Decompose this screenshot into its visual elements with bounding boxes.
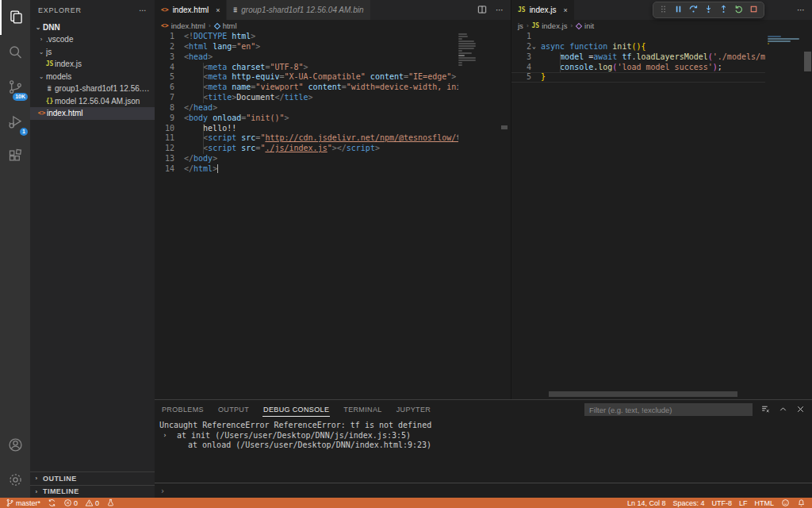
scrollbar[interactable] <box>501 125 508 129</box>
tree-item-model-12-56-04-am-json[interactable]: {}model 12.56.04 AM.json <box>30 95 155 108</box>
console-text: at onload (/Users/user/Desktop/DNN/index… <box>188 441 431 451</box>
breadcrumb-item-index-js[interactable]: JSindex.js <box>532 21 568 30</box>
text-cursor <box>217 164 218 173</box>
file-file-icon: ≣ <box>233 6 237 13</box>
tab-index-html[interactable]: <>index.html× <box>155 0 227 20</box>
panel-tab-debug-console[interactable]: DEBUG CONSOLE <box>262 402 330 417</box>
code-line[interactable]: 1 <box>511 32 765 42</box>
editor-more-actions-icon[interactable]: ⋯ <box>496 6 504 14</box>
minimap-line <box>768 33 769 35</box>
tree-item-group1-shard1of1-12-56-04-am-bin[interactable]: ≣group1-shard1of1 12.56.04 AM.bin <box>30 83 155 95</box>
activity-item-search[interactable] <box>0 35 30 70</box>
status-notifications[interactable] <box>797 498 806 507</box>
code-line[interactable]: 4 console.log('load model success'); <box>511 63 765 73</box>
debug-console-input[interactable]: › <box>155 483 812 498</box>
close-panel-button[interactable] <box>795 404 806 416</box>
status-git-branch[interactable]: master* <box>6 498 40 507</box>
code-line[interactable]: 5} <box>511 72 765 83</box>
code-line[interactable]: 14</html> <box>155 164 458 175</box>
debug-restart-button[interactable] <box>733 4 745 16</box>
minimap[interactable] <box>458 33 477 66</box>
code-line[interactable]: 7 <title>Document</title> <box>155 93 458 103</box>
code-line[interactable]: 1<!DOCTYPE html> <box>155 32 458 42</box>
code-line[interactable]: 13</body> <box>155 154 458 164</box>
minimap-line <box>458 48 474 49</box>
console-line[interactable]: ›at init (/Users/user/Desktop/DNN/js/ind… <box>155 431 812 441</box>
collapse-panel-button[interactable] <box>778 404 788 416</box>
clear-console-button[interactable] <box>760 404 771 416</box>
activity-item-extensions[interactable] <box>0 140 30 175</box>
tree-item-models[interactable]: ⌄models <box>30 71 155 83</box>
breadcrumb-label: html <box>223 21 237 30</box>
tab-index-js[interactable]: JSindex.js× <box>511 0 575 20</box>
breadcrumb-item-init[interactable]: init <box>576 21 594 30</box>
status-encoding[interactable]: UTF-8 <box>711 499 732 507</box>
editor-more-actions-icon[interactable]: ⋯ <box>797 6 805 14</box>
breadcrumb[interactable]: <>index.html›html <box>155 20 511 32</box>
status-cursor-position[interactable]: Ln 14, Col 8 <box>627 499 666 507</box>
status-warnings[interactable]: 0 <box>85 498 99 507</box>
code-line[interactable]: 6 <meta name="viewport" content="width=d… <box>155 83 458 93</box>
line-number: 2⌄ <box>511 42 541 52</box>
code-line[interactable]: 9<body onload="init()"> <box>155 114 458 124</box>
tree-item-index-html[interactable]: <>index.html <box>30 107 155 120</box>
status-feedback[interactable] <box>781 498 790 507</box>
breadcrumb-label: index.html <box>171 21 205 30</box>
console-line[interactable]: at onload (/Users/user/Desktop/DNN/index… <box>155 441 812 451</box>
code-line[interactable]: 3<head> <box>155 52 458 63</box>
panel-tab-problems[interactable]: PROBLEMS <box>161 402 205 417</box>
code-line[interactable]: 2⌄async function init(){ <box>511 42 765 52</box>
panel-tab-output[interactable]: OUTPUT <box>217 402 250 417</box>
minimap[interactable] <box>768 33 802 44</box>
explorer-more-actions-icon[interactable]: ⋯ <box>139 6 147 14</box>
tree-item-js[interactable]: ⌄js <box>30 46 155 59</box>
breadcrumb-item-index-html[interactable]: <>index.html <box>161 21 205 30</box>
json-file-icon: {} <box>44 98 55 105</box>
breadcrumb[interactable]: js›JSindex.js›init <box>511 20 812 32</box>
horizontal-scrollbar[interactable] <box>549 391 737 397</box>
sidebar-section-timeline[interactable]: ›TIMELINE <box>30 485 155 498</box>
tab-group1-shard1of1-12-56-04-am-bin[interactable]: ≣group1-shard1of1 12.56.04 AM.bin <box>227 0 370 20</box>
status-eol[interactable]: LF <box>739 499 748 507</box>
activity-item-source-control[interactable]: 10K <box>0 70 30 105</box>
code-line[interactable]: 2<html lang="en"> <box>155 42 458 52</box>
close-icon[interactable]: × <box>216 6 220 14</box>
debug-stop-button[interactable] <box>748 4 760 16</box>
code-line[interactable]: 11 <script src="http://cdn.jsdelivr.net/… <box>155 133 458 144</box>
code-line[interactable]: 8</head> <box>155 103 458 114</box>
status-errors[interactable]: 0 <box>63 498 78 507</box>
code-line[interactable]: 3 model =await tf.loadLayersModel('./mod… <box>511 52 765 63</box>
activity-item-accounts[interactable] <box>0 428 30 463</box>
breadcrumb-item-js[interactable]: js <box>518 21 523 30</box>
root-folder-label: DNN <box>43 23 60 32</box>
explorer-root-folder[interactable]: ⌄ DNN <box>30 21 155 33</box>
activity-item-settings[interactable] <box>0 463 30 498</box>
status-jupyter-status[interactable] <box>106 498 115 507</box>
code-line[interactable]: 12 <script src="./js/index.js"></script> <box>155 144 458 154</box>
breadcrumb-item-html[interactable]: html <box>214 21 237 30</box>
status-sync[interactable] <box>48 498 56 507</box>
code-line[interactable]: 4 <meta charset="UTF-8"> <box>155 63 458 73</box>
debug-step-into-button[interactable] <box>703 4 714 16</box>
scrollbar[interactable] <box>804 52 811 71</box>
activity-item-run-debug[interactable]: 1 <box>0 105 30 140</box>
tree-item--vscode[interactable]: ›.vscode <box>30 33 155 46</box>
split-editor-icon[interactable] <box>477 4 488 17</box>
sidebar-section-outline[interactable]: ›OUTLINE <box>30 471 155 485</box>
status-indentation[interactable]: Spaces: 4 <box>672 499 704 507</box>
debug-step-out-button[interactable] <box>718 4 730 16</box>
code-line[interactable]: 10 hello!! <box>155 124 458 134</box>
code-line[interactable]: 5 <meta http-equiv="X-UA-Compatible" con… <box>155 72 458 83</box>
console-line[interactable]: Uncaught ReferenceError ReferenceError: … <box>155 421 812 431</box>
expand-icon[interactable]: › <box>159 431 170 441</box>
panel-tab-terminal[interactable]: TERMINAL <box>343 402 382 417</box>
close-icon[interactable]: × <box>564 6 568 14</box>
activity-item-explorer[interactable] <box>0 0 30 35</box>
beaker-icon <box>106 498 115 507</box>
debug-step-over-button[interactable] <box>688 4 699 16</box>
debug-pause-button[interactable] <box>672 4 684 16</box>
tree-item-index-js[interactable]: JSindex.js <box>30 58 155 71</box>
status-language-mode[interactable]: HTML <box>755 499 775 507</box>
panel-tab-jupyter[interactable]: JUPYTER <box>396 402 432 417</box>
debug-console-filter-input[interactable] <box>584 403 753 416</box>
